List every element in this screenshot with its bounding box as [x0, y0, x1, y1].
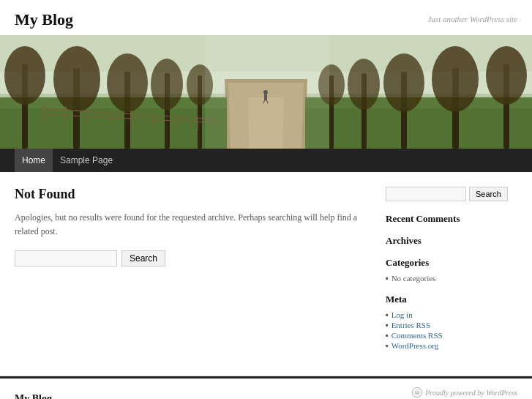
footer-right: W Proudly powered by WordPress W Install… — [412, 387, 517, 399]
meta-wordpress-org-link[interactable]: WordPress.org — [391, 341, 439, 350]
svg-point-15 — [107, 53, 148, 112]
svg-point-23 — [432, 46, 479, 112]
footer-powered-by-line: W Proudly powered by WordPress — [412, 387, 517, 398]
svg-point-27 — [348, 59, 380, 110]
sidebar-search-input[interactable] — [386, 187, 466, 201]
not-found-title: Not Found — [15, 187, 371, 202]
footer-site-title: My Blog — [15, 393, 52, 399]
sidebar-section-recent-comments: Recent Comments — [386, 213, 517, 225]
meta-list: Log in Entries RSS Comments RSS WordPres… — [386, 310, 517, 351]
sidebar-section-meta: Meta Log in Entries RSS Comments RSS Wor… — [386, 294, 517, 351]
main-search-input[interactable] — [15, 250, 117, 266]
svg-text:W: W — [415, 390, 420, 396]
svg-rect-44 — [205, 35, 329, 149]
sidebar-section-categories: Categories No categories — [386, 257, 517, 283]
footer-powered-by-text: Proudly powered by WordPress — [425, 389, 517, 397]
no-categories-label: No categories — [391, 274, 436, 283]
recent-comments-heading: Recent Comments — [386, 213, 517, 225]
nav-item-sample-page[interactable]: Sample Page — [53, 149, 120, 172]
svg-rect-8 — [0, 108, 227, 149]
meta-entries-rss-link[interactable]: Entries RSS — [391, 321, 430, 329]
svg-point-13 — [53, 46, 100, 112]
site-tagline: Just another WordPress site — [427, 15, 517, 23]
sidebar-search-button[interactable]: Search — [469, 187, 508, 201]
svg-point-21 — [486, 46, 527, 105]
hero-image — [0, 35, 532, 149]
svg-point-17 — [151, 59, 183, 110]
archives-heading: Archives — [386, 235, 517, 247]
list-item: Log in — [386, 310, 517, 320]
main-search-row: Search — [15, 250, 371, 266]
nav-item-home[interactable]: Home — [15, 149, 53, 172]
main-search-button[interactable]: Search — [121, 250, 165, 266]
wordpress-icon: W — [412, 387, 422, 398]
svg-rect-9 — [305, 108, 532, 149]
list-item: Comments RSS — [386, 330, 517, 340]
site-title: My Blog — [15, 10, 73, 29]
categories-heading: Categories — [386, 257, 517, 269]
list-item: No categories — [386, 273, 517, 283]
footer: My Blog W Proudly powered by WordPress W… — [0, 376, 532, 399]
sidebar: Search Recent Comments Archives Categori… — [386, 187, 517, 361]
meta-login-link[interactable]: Log in — [391, 310, 413, 319]
sidebar-section-archives: Archives — [386, 235, 517, 247]
not-found-text: Apologies, but no results were found for… — [15, 211, 371, 239]
categories-list: No categories — [386, 273, 517, 283]
list-item: WordPress.org — [386, 340, 517, 351]
nav-bar: Home Sample Page — [0, 149, 532, 172]
main-content: Not Found Apologies, but no results were… — [15, 187, 371, 361]
meta-heading: Meta — [386, 294, 517, 305]
svg-point-25 — [383, 53, 424, 112]
sidebar-search-row: Search — [386, 187, 517, 201]
svg-point-11 — [4, 46, 45, 105]
list-item: Entries RSS — [386, 320, 517, 330]
meta-comments-rss-link[interactable]: Comments RSS — [391, 331, 443, 340]
